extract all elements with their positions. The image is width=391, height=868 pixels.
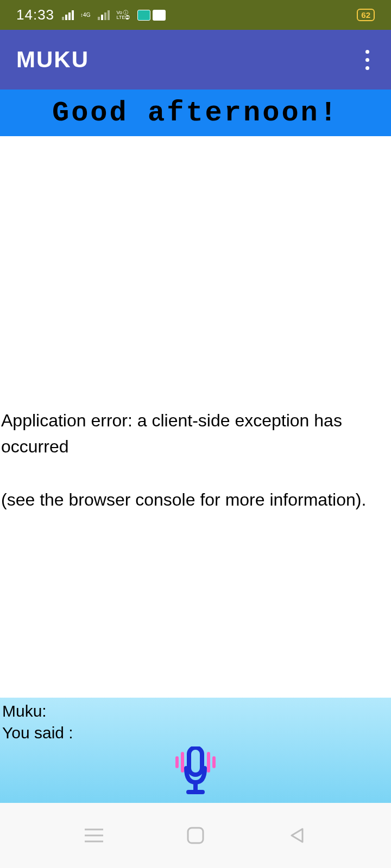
svg-rect-0: [175, 756, 179, 768]
app-tray-icons: [137, 10, 166, 21]
voice-panel: Muku: You said :: [0, 698, 391, 803]
error-line-2: (see the browser console for more inform…: [1, 487, 390, 513]
back-button[interactable]: [281, 819, 313, 852]
app-title: MUKU: [16, 47, 89, 73]
battery-icon: 62: [357, 9, 375, 21]
you-said-label: You said :: [2, 724, 389, 742]
square-icon: [187, 827, 204, 844]
microphone-icon: [171, 746, 220, 801]
greeting-text: Good afternoon!: [52, 97, 339, 129]
greeting-bar: Good afternoon!: [0, 90, 391, 136]
tray-icon-1: [137, 10, 150, 21]
status-left: 14:33 ↕4G Vo ⓘLTE⓶: [16, 7, 166, 23]
battery-level: 62: [361, 10, 370, 20]
home-button[interactable]: [179, 819, 212, 852]
back-triangle-icon: [288, 827, 306, 844]
menu-icon: [85, 828, 103, 843]
status-time: 14:33: [16, 7, 54, 23]
error-line-1: Application error: a client-side excepti…: [1, 407, 390, 459]
recent-apps-button[interactable]: [78, 819, 110, 852]
status-bar: 14:33 ↕4G Vo ⓘLTE⓶ 62: [0, 0, 391, 30]
microphone-button[interactable]: [168, 746, 223, 801]
svg-rect-2: [207, 752, 210, 773]
more-menu-button[interactable]: [360, 44, 375, 75]
signal-icon: [62, 10, 74, 20]
tray-icon-2: [153, 10, 166, 21]
svg-rect-10: [188, 828, 203, 843]
signal-icon-2: [98, 10, 110, 20]
navigation-bar: [0, 803, 391, 868]
svg-rect-3: [212, 756, 216, 768]
error-message: Application error: a client-side excepti…: [0, 407, 391, 513]
app-bar: MUKU: [0, 30, 391, 90]
svg-rect-4: [189, 748, 202, 775]
muku-response-label: Muku:: [2, 702, 389, 720]
volte-icon: Vo ⓘLTE⓶: [116, 10, 130, 20]
network-4g-icon: ↕4G: [80, 12, 90, 18]
content-area: Application error: a client-side excepti…: [0, 136, 391, 698]
svg-rect-1: [181, 752, 184, 773]
